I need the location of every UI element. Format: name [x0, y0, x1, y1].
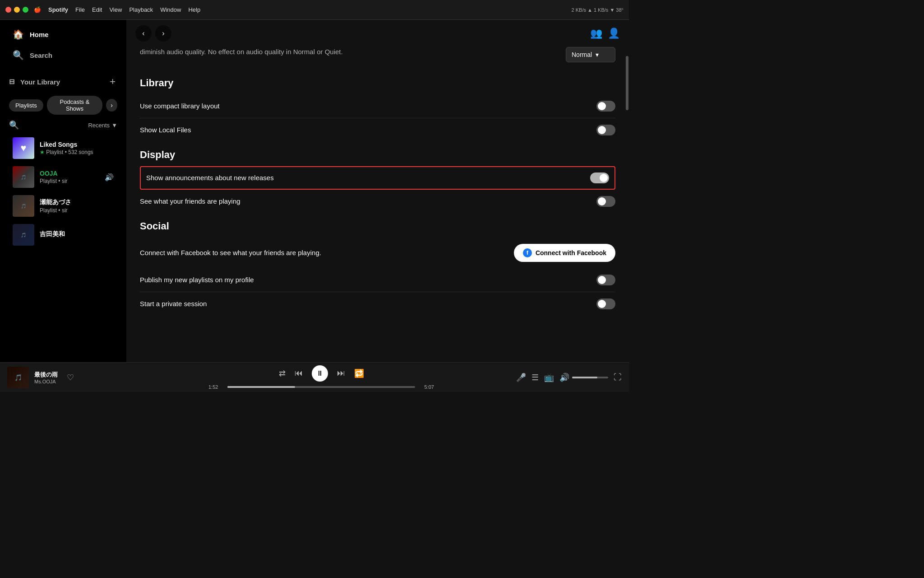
profile-icon: 👤 — [608, 28, 620, 39]
menu-bar: 🍎 Spotify File Edit View Playback Window… — [34, 6, 200, 13]
quality-dropdown[interactable]: Normal ▾ — [566, 47, 615, 62]
sawano-sub: Playlist • sir — [40, 207, 114, 214]
recents-button[interactable]: Recents ▼ — [88, 122, 117, 129]
next-button[interactable]: ⏭ — [337, 368, 345, 378]
publish-playlists-toggle[interactable] — [596, 275, 615, 285]
recents-arrow-icon: ▼ — [111, 122, 117, 129]
menu-playback[interactable]: Playback — [129, 6, 153, 13]
header-actions: 👥 👤 — [590, 28, 620, 39]
list-item[interactable]: 🎵 吉田美和 — [7, 220, 119, 249]
now-playing-thumbnail: 🎵 — [7, 367, 29, 388]
play-pause-button[interactable]: ⏸ — [312, 365, 328, 382]
menu-file[interactable]: File — [75, 6, 85, 13]
sidebar-item-search[interactable]: 🔍 Search — [4, 45, 123, 65]
list-item[interactable]: 🎵 瀬能あづさ Playlist • sir — [7, 191, 119, 220]
library-search-row: 🔍 Recents ▼ — [4, 118, 123, 134]
like-button[interactable]: ♡ — [67, 373, 74, 382]
fullscreen-button[interactable]: ⛶ — [614, 373, 622, 382]
apple-menu[interactable]: 🍎 — [34, 6, 41, 13]
announcements-toggle[interactable] — [590, 172, 609, 183]
devices-button[interactable]: 📺 — [544, 373, 554, 382]
intro-row: diminish audio quality. No effect on aud… — [140, 47, 615, 68]
podcasts-filter[interactable]: Podcasts & Shows — [47, 96, 103, 115]
loop-icon: 🔁 — [354, 369, 364, 378]
connect-facebook-button[interactable]: f Connect with Facebook — [514, 244, 615, 262]
profile-button[interactable]: 👤 — [608, 28, 620, 39]
main-content: ‹ › 👥 👤 diminish audio quality. No effec… — [126, 20, 629, 362]
sidebar-home-label: Home — [30, 31, 49, 38]
settings-panel: diminish audio quality. No effect on aud… — [126, 47, 629, 362]
shuffle-button[interactable]: ⇄ — [279, 368, 286, 378]
queue-button[interactable]: ☰ — [531, 373, 539, 382]
friends-playing-label: See what your friends are playing — [140, 197, 240, 205]
recents-label: Recents — [88, 122, 110, 129]
library-section: ⊟ Your Library + Playlists Podcasts & Sh… — [0, 70, 126, 362]
friends-playing-toggle[interactable] — [596, 196, 615, 207]
ooja-name: OOJA — [40, 170, 99, 177]
yoshida-thumbnail: 🎵 — [13, 224, 34, 246]
private-session-toggle[interactable] — [596, 298, 615, 309]
previous-icon: ⏮ — [295, 368, 303, 378]
forward-button[interactable]: › — [155, 25, 171, 42]
local-files-label: Show Local Files — [140, 126, 191, 134]
scrollbar-thumb[interactable] — [626, 56, 628, 110]
yoshida-info: 吉田美和 — [40, 230, 114, 239]
ooja-info: OOJA Playlist • sir — [40, 170, 99, 184]
back-button[interactable]: ‹ — [135, 25, 152, 42]
ooja-thumbnail: 🎵 — [13, 166, 34, 188]
volume-bar[interactable] — [572, 377, 608, 378]
maximize-button[interactable] — [23, 7, 28, 13]
now-playing-title: 最後の雨 — [34, 371, 58, 379]
previous-button[interactable]: ⏮ — [295, 368, 303, 378]
content-header: ‹ › 👥 👤 — [126, 20, 629, 47]
close-button[interactable] — [5, 7, 11, 13]
menu-help[interactable]: Help — [188, 6, 200, 13]
minimize-button[interactable] — [14, 7, 20, 13]
progress-row: 1:52 5:07 — [208, 384, 434, 390]
heart-icon: ♥ — [20, 142, 26, 154]
devices-icon: 📺 — [544, 373, 554, 382]
sawano-thumbnail: 🎵 — [13, 195, 34, 217]
sawano-info: 瀬能あづさ Playlist • sir — [40, 198, 114, 214]
display-settings-section: Display Show announcements about new rel… — [140, 149, 615, 213]
player-bar: 🎵 最後の雨 Ms.OOJA ♡ ⇄ ⏮ ⏸ ⏭ 🔁 — [0, 362, 629, 392]
total-time: 5:07 — [420, 384, 434, 390]
library-search-button[interactable]: 🔍 — [9, 120, 19, 130]
fullscreen-icon: ⛶ — [614, 373, 622, 382]
menu-view[interactable]: View — [109, 6, 122, 13]
friends-icon: 👥 — [590, 28, 602, 39]
list-item[interactable]: ♥ Liked Songs ★ Playlist • 532 songs — [7, 134, 119, 163]
intro-text: diminish audio quality. No effect on aud… — [140, 47, 343, 57]
progress-bar[interactable] — [227, 386, 415, 388]
compact-layout-toggle[interactable] — [596, 101, 615, 112]
connect-facebook-text: Connect with Facebook to see what your f… — [140, 249, 321, 256]
local-files-toggle[interactable] — [596, 125, 615, 135]
display-section-title: Display — [140, 149, 615, 161]
lyrics-button[interactable]: 🎤 — [516, 373, 526, 382]
social-connect-row: Connect with Facebook to see what your f… — [140, 238, 615, 268]
loop-button[interactable]: 🔁 — [354, 368, 364, 378]
filter-chips: Playlists Podcasts & Shows › — [4, 94, 123, 118]
mic-icon: 🎤 — [516, 373, 526, 382]
settings-row: Show Local Files — [140, 118, 615, 142]
volume-control: 🔊 — [559, 373, 608, 382]
menu-edit[interactable]: Edit — [92, 6, 102, 13]
sidebar-item-home[interactable]: 🏠 Home — [4, 24, 123, 44]
scrollbar-track[interactable] — [625, 47, 629, 362]
sidebar: 🏠 Home 🔍 Search ⊟ Your Library + Playlis… — [0, 20, 126, 362]
menu-window[interactable]: Window — [160, 6, 181, 13]
settings-row: Start a private session — [140, 292, 615, 316]
liked-songs-name: Liked Songs — [40, 141, 114, 148]
playlists-filter[interactable]: Playlists — [9, 99, 43, 112]
highlighted-settings-row: Show announcements about new releases — [140, 166, 615, 190]
now-playing-artist: Ms.OOJA — [34, 379, 58, 384]
friends-button[interactable]: 👥 — [590, 28, 602, 39]
list-item[interactable]: 🎵 OOJA Playlist • sir 🔊 — [7, 163, 119, 191]
liked-songs-thumbnail: ♥ — [13, 137, 34, 159]
library-add-button[interactable]: + — [108, 74, 117, 89]
volume-button[interactable]: 🔊 — [559, 373, 569, 382]
heart-icon: ♡ — [67, 373, 74, 382]
settings-row: Use compact library layout — [140, 94, 615, 118]
quality-value: Normal — [572, 51, 592, 58]
filter-arrow[interactable]: › — [106, 99, 117, 112]
